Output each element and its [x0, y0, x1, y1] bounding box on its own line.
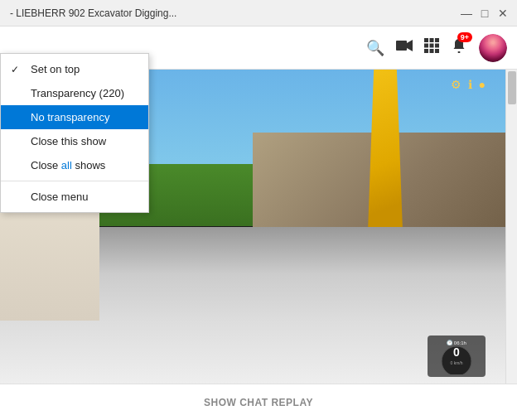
- avatar-image: [479, 34, 507, 62]
- menu-item-no-transparency[interactable]: No transparency: [1, 105, 148, 129]
- svg-rect-5: [424, 44, 428, 48]
- svg-text:0 km/h: 0 km/h: [450, 360, 462, 365]
- hud-settings-icon: ⚙: [451, 78, 461, 91]
- menu-item-close-all-shows-label-2: shows: [72, 159, 105, 171]
- notification-badge: 9+: [457, 32, 472, 42]
- grid-icon[interactable]: [424, 38, 439, 57]
- menu-item-close-menu[interactable]: Close menu: [1, 185, 148, 209]
- show-chat-replay-bar[interactable]: SHOW CHAT REPLAY: [0, 384, 517, 420]
- main-content: 🔍: [0, 27, 517, 420]
- svg-rect-8: [424, 49, 428, 53]
- svg-rect-9: [430, 49, 434, 53]
- menu-item-close-menu-label: Close menu: [31, 191, 88, 203]
- title-text: - LIEBHERR 902 Excavator Digging...: [10, 7, 459, 19]
- svg-text:🕐 06:1h: 🕐 06:1h: [447, 340, 466, 346]
- menu-item-close-this-show-label: Close this show: [31, 135, 106, 147]
- menu-item-close-this-show[interactable]: Close this show: [1, 129, 148, 153]
- hud-icons: ⚙ ℹ ●: [451, 78, 486, 91]
- svg-rect-2: [424, 38, 428, 42]
- menu-item-transparency-label: Transparency (220): [31, 87, 124, 99]
- svg-rect-7: [435, 44, 439, 48]
- title-bar: - LIEBHERR 902 Excavator Digging... — □ …: [0, 0, 517, 27]
- menu-item-close-all-shows[interactable]: Close all shows: [1, 153, 148, 177]
- hud-info-icon: ℹ: [468, 78, 472, 91]
- svg-marker-1: [407, 40, 413, 51]
- dropdown-menu: Set on top Transparency (220) No transpa…: [0, 53, 149, 213]
- svg-rect-10: [435, 49, 439, 53]
- menu-separator: [1, 181, 148, 181]
- record-icon[interactable]: [396, 39, 413, 56]
- scrollbar-track[interactable]: [505, 70, 517, 384]
- scrollbar-thumb[interactable]: [508, 71, 516, 104]
- minimize-button[interactable]: —: [459, 6, 474, 21]
- hud-extra-icon: ●: [479, 78, 486, 91]
- menu-item-close-all-shows-label-all: all: [61, 159, 72, 171]
- svg-rect-6: [430, 44, 434, 48]
- speedometer: 0 0 km/h 🕐 06:1h: [428, 336, 486, 377]
- close-button[interactable]: ✕: [495, 6, 510, 21]
- notification-icon[interactable]: 9+: [451, 37, 467, 58]
- svg-rect-4: [435, 38, 439, 42]
- window-controls: — □ ✕: [459, 6, 510, 21]
- svg-text:0: 0: [453, 345, 460, 359]
- menu-item-set-on-top-label: Set on top: [31, 63, 80, 75]
- avatar[interactable]: [479, 34, 507, 62]
- svg-rect-0: [396, 41, 407, 51]
- search-icon[interactable]: 🔍: [366, 39, 384, 57]
- menu-item-no-transparency-label: No transparency: [31, 111, 109, 123]
- menu-item-close-all-shows-label-1: Close: [31, 159, 61, 171]
- maximize-button[interactable]: □: [477, 6, 492, 21]
- menu-item-set-on-top[interactable]: Set on top: [1, 57, 148, 81]
- toolbar-right: 🔍: [366, 34, 507, 62]
- menu-item-transparency[interactable]: Transparency (220): [1, 81, 148, 105]
- svg-rect-3: [430, 38, 434, 42]
- svg-rect-11: [458, 51, 461, 53]
- show-chat-replay-label: SHOW CHAT REPLAY: [204, 397, 313, 408]
